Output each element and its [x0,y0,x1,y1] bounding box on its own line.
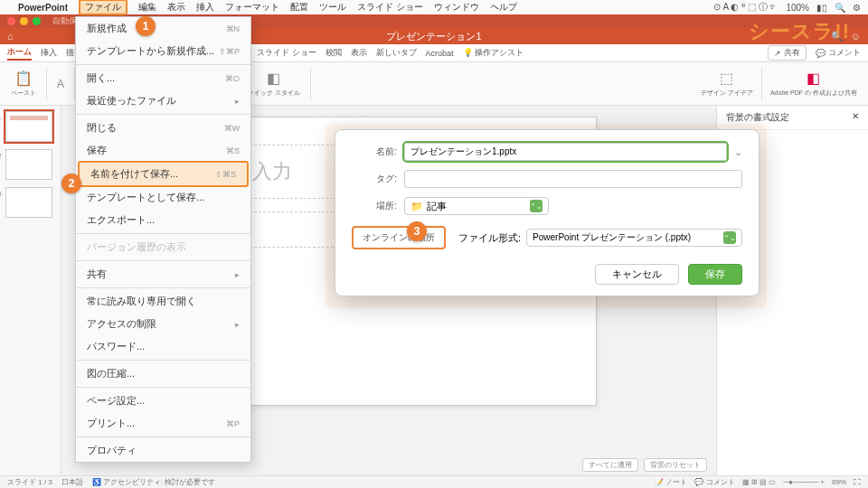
control-icon[interactable]: ⚙ [853,3,861,13]
format-footer: すべてに適用 背景のリセット [582,458,707,472]
mac-menubar: PowerPoint ファイル 編集 表示 挿入 フォーマット 配置 ツール ス… [0,0,868,14]
designer-button[interactable]: ⬚デザイン アイデア [697,68,757,100]
folder-icon: 📁 [410,201,423,212]
menu-properties[interactable]: プロパティ [76,439,250,462]
user-icon[interactable]: ☺ [851,31,861,42]
status-bar: スライド 1 / 3 日本語 ♿ アクセシビリティ: 検討が必要です 📝 ノート… [0,475,868,488]
menu-edit[interactable]: 編集 [138,1,156,14]
menu-new-tmpl[interactable]: テンプレートから新規作成...⇧⌘P [76,40,250,62]
menu-share[interactable]: 共有▸ [76,263,250,286]
thumb-3[interactable]: 3 [5,187,52,218]
location-label: 場所: [352,200,397,212]
paste-button[interactable]: 📋ペースト [7,68,40,99]
save-dialog: 名前: ⌄ タグ: 場所: 📁 記事 ⌃⌄ オンラインの場所 ファイル形式: P… [335,129,760,296]
expand-icon[interactable]: ⌄ [734,146,742,158]
menu-save-tmpl[interactable]: テンプレートとして保存... [76,186,250,209]
menu-open[interactable]: 開く...⌘O [76,67,250,89]
menu-format[interactable]: フォーマット [225,1,279,14]
accessibility[interactable]: ♿ アクセシビリティ: 検討が必要です [92,477,216,487]
menu-readonly[interactable]: 常に読み取り専用で開く [76,290,250,313]
wifi-icon: ⊙ A ◐ ᴮ ⬚ ⓘ ᯤ [713,1,778,14]
tab-slideshow[interactable]: スライド ショー [257,47,316,59]
menu-new[interactable]: 新規作成⌘N [76,17,250,40]
tab-view[interactable]: 表示 [351,47,367,59]
format-pane-title: 背景の書式設定 [726,111,789,124]
notes-button[interactable]: 📝 ノート [655,477,687,487]
close-pane-icon[interactable]: ✕ [852,111,859,124]
comments-status[interactable]: 💬 コメント [694,477,734,487]
max-window[interactable] [33,17,41,25]
language[interactable]: 日本語 [61,477,83,487]
menu-insert[interactable]: 挿入 [196,1,214,14]
name-label: 名前: [352,145,397,158]
doc-title: プレゼンテーション1 [386,30,481,43]
thumb-2[interactable]: 2 [5,149,52,180]
close-window[interactable] [7,17,15,25]
menu-arrange[interactable]: 配置 [290,1,308,14]
font-group[interactable]: A [53,76,68,92]
menu-save[interactable]: 保存⌘S [76,139,250,162]
file-menu: 新規作成⌘N テンプレートから新規作成...⇧⌘P 開く...⌘O 最近使ったフ… [75,16,251,463]
tab-home[interactable]: ホーム [7,46,32,61]
min-window[interactable] [20,17,28,25]
chevron-down-icon: ⌃⌄ [723,231,736,244]
menu-close[interactable]: 閉じる⌘W [76,117,250,139]
callout-1: 1 [136,16,156,36]
filename-input[interactable] [404,143,727,161]
menu-window[interactable]: ウィンドウ [434,1,479,14]
menu-print[interactable]: プリント...⌘P [76,412,250,435]
online-location-button[interactable]: オンラインの場所 [352,226,446,249]
home-icon[interactable]: ⌂ [7,31,14,42]
tag-input[interactable] [404,170,742,188]
zoom-slider[interactable]: ─●───── + [783,478,825,486]
save-button[interactable]: 保存 [688,264,742,285]
share-button[interactable]: ↗ 共有 [768,45,807,61]
fit-icon[interactable]: ⛶ [854,478,861,486]
menu-compress[interactable]: 図の圧縮... [76,362,250,385]
menu-history: バージョン履歴の表示 [76,236,250,258]
adobe-pdf-button[interactable]: ◧Adobe PDF の 作成および共有 [767,68,861,100]
tab-insert[interactable]: 挿入 [41,47,57,59]
cancel-button[interactable]: キャンセル [595,264,679,285]
thumb-1[interactable]: 1 [5,111,52,142]
app-name[interactable]: PowerPoint [18,3,68,13]
chevron-down-icon: ⌃⌄ [530,200,542,212]
tell-me[interactable]: 💡 操作アシスト [463,47,524,59]
reset-bg-button[interactable]: 背景のリセット [644,458,707,472]
menu-recent[interactable]: 最近使ったファイル▸ [76,89,250,112]
menu-view[interactable]: 表示 [167,1,185,14]
menu-export[interactable]: エクスポート... [76,209,250,231]
menu-tools[interactable]: ツール [319,1,346,14]
brand-logo: シースラ!! [749,18,850,45]
location-select[interactable]: 📁 記事 ⌃⌄ [404,197,549,215]
menu-restrict[interactable]: アクセスの制限▸ [76,313,250,335]
filetype-select[interactable]: PowerPoint プレゼンテーション (.pptx) ⌃⌄ [526,229,742,247]
battery-icon: ▮▯ [816,3,827,13]
callout-3: 3 [407,221,427,241]
comments-button[interactable]: 💬 コメント [816,47,861,59]
callout-2: 2 [61,174,81,193]
slide-thumbnails: 1 2 3 [0,106,61,475]
menu-file[interactable]: ファイル [79,0,127,15]
tab-acrobat[interactable]: Acrobat [426,49,454,58]
menu-pagesetup[interactable]: ページ設定... [76,389,250,412]
zoom-value[interactable]: 89% [832,478,846,486]
filetype-label: ファイル形式: [458,231,521,245]
tab-review[interactable]: 校閲 [326,47,342,59]
search-icon[interactable]: 🔍 [835,3,845,13]
menu-password[interactable]: パスワード... [76,335,250,358]
menu-slideshow[interactable]: スライド ショー [357,1,423,14]
battery-pct: 100% [786,3,809,13]
menu-save-as[interactable]: 名前を付けて保存...⇧⌘S [78,161,249,187]
tag-label: タグ: [352,173,397,185]
slide-count: スライド 1 / 3 [7,477,52,487]
view-buttons[interactable]: ▦ ⊞ ▤ ▭ [742,478,777,486]
apply-all-button[interactable]: すべてに適用 [582,458,638,472]
quickstyle-button[interactable]: ◧クイック スタイル [244,68,304,99]
menu-help[interactable]: ヘルプ [490,1,517,14]
tab-new[interactable]: 新しいタブ [376,47,417,59]
